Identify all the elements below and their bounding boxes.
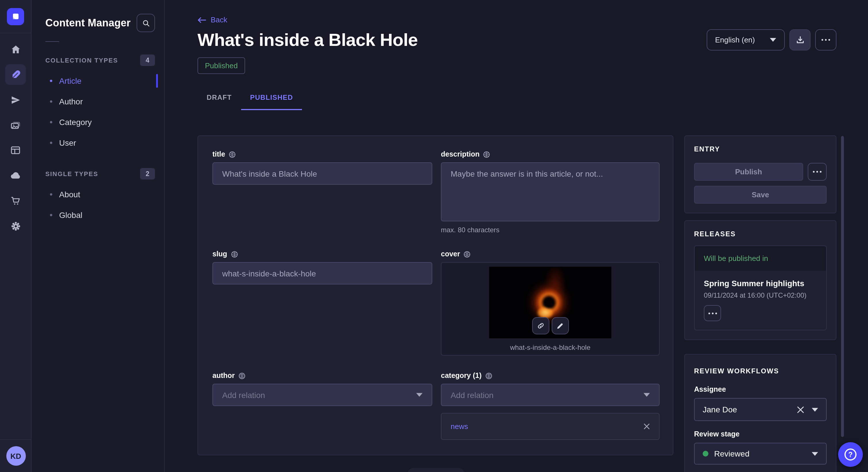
cover-filename: what-s-inside-a-black-hole bbox=[510, 343, 590, 351]
ellipsis-icon bbox=[708, 312, 717, 314]
sidebar-item-article[interactable]: Article bbox=[32, 71, 164, 91]
releases-panel-title: RELEASES bbox=[694, 230, 827, 238]
search-button[interactable] bbox=[136, 14, 155, 32]
title-input-value: What's inside a Black Hole bbox=[222, 169, 317, 178]
collection-types-count-badge: 4 bbox=[140, 55, 155, 66]
stage-status-dot bbox=[703, 451, 708, 457]
settings-gear-icon[interactable] bbox=[5, 216, 26, 236]
content-type-builder-icon[interactable] bbox=[5, 140, 26, 161]
help-button[interactable]: ? bbox=[838, 442, 863, 467]
review-stage-select[interactable]: Reviewed bbox=[694, 443, 827, 465]
save-button[interactable]: Save bbox=[694, 186, 827, 204]
download-icon bbox=[795, 35, 805, 45]
search-icon bbox=[142, 19, 150, 27]
release-status: Will be published in bbox=[694, 246, 826, 271]
content-manager-icon[interactable] bbox=[5, 64, 26, 85]
globe-icon bbox=[485, 372, 493, 379]
category-placeholder: Add relation bbox=[451, 390, 493, 400]
sidebar-item-user[interactable]: User bbox=[32, 133, 164, 153]
globe-icon bbox=[238, 372, 246, 379]
slug-input[interactable]: what-s-inside-a-black-hole bbox=[212, 262, 432, 284]
publish-button[interactable]: Publish bbox=[694, 163, 803, 181]
close-icon bbox=[644, 423, 650, 430]
globe-icon bbox=[228, 150, 236, 158]
scrollbar-thumb[interactable] bbox=[841, 136, 844, 437]
chevron-down-icon bbox=[770, 38, 776, 42]
chevron-down-icon bbox=[644, 393, 650, 397]
entry-more-button[interactable] bbox=[808, 163, 827, 181]
globe-icon bbox=[464, 250, 471, 258]
version-tabs: DRAFT PUBLISHED bbox=[197, 88, 836, 110]
cover-media-card: what-s-inside-a-black-hole bbox=[441, 262, 660, 356]
stage-value: Reviewed bbox=[714, 449, 749, 458]
bullet-icon bbox=[50, 100, 52, 103]
field-title: title What's inside a Black Hole bbox=[212, 150, 432, 185]
export-download-button[interactable] bbox=[789, 29, 811, 50]
field-cover: cover bbox=[441, 250, 660, 356]
category-relation-item: news bbox=[441, 413, 660, 440]
bullet-icon bbox=[50, 214, 52, 216]
sidebar-item-label: Global bbox=[59, 210, 82, 220]
content-manager-subnav: Content Manager COLLECTION TYPES 4 Artic… bbox=[32, 0, 165, 472]
sidebar-item-label: Category bbox=[59, 117, 92, 127]
rail-bottom-divider bbox=[0, 439, 32, 440]
sidebar-item-author[interactable]: Author bbox=[32, 91, 164, 112]
globe-icon bbox=[483, 150, 491, 158]
author-placeholder: Add relation bbox=[222, 390, 265, 400]
review-panel-title: REVIEW WORKFLOWS bbox=[694, 367, 827, 375]
main-content: Back What's inside a Black Hole English … bbox=[165, 0, 868, 472]
single-types-count-badge: 2 bbox=[140, 168, 155, 179]
title-input[interactable]: What's inside a Black Hole bbox=[212, 162, 432, 185]
collapsed-bottom-button[interactable] bbox=[408, 468, 464, 472]
pencil-icon bbox=[556, 322, 564, 330]
release-name[interactable]: Spring Summer highlights bbox=[704, 279, 817, 288]
description-value: Maybe the answer is in this article, or … bbox=[451, 169, 603, 178]
locale-select[interactable]: English (en) bbox=[706, 29, 785, 50]
cloud-icon[interactable] bbox=[5, 165, 26, 186]
chevron-down-icon bbox=[416, 393, 423, 397]
category-relation-select[interactable]: Add relation bbox=[441, 384, 660, 406]
review-stage-label: Review stage bbox=[694, 430, 827, 438]
relation-news-link[interactable]: news bbox=[451, 422, 468, 431]
question-mark-icon: ? bbox=[844, 448, 857, 461]
tab-published[interactable]: PUBLISHED bbox=[241, 88, 302, 110]
release-more-button[interactable] bbox=[704, 305, 721, 321]
chevron-down-icon bbox=[812, 407, 818, 411]
category-field-label: category (1) bbox=[441, 372, 482, 380]
entry-form-panel: title What's inside a Black Hole descrip… bbox=[197, 135, 673, 456]
subnav-title: Content Manager bbox=[45, 17, 131, 29]
locale-value: English (en) bbox=[715, 36, 755, 44]
status-badge: Published bbox=[197, 57, 245, 74]
releases-panel: RELEASES Will be published in Spring Sum… bbox=[684, 220, 836, 340]
home-icon[interactable] bbox=[5, 39, 26, 60]
active-indicator bbox=[156, 74, 158, 88]
copy-link-button[interactable] bbox=[532, 317, 549, 334]
sidebar-item-global[interactable]: Global bbox=[32, 205, 164, 225]
media-library-icon[interactable] bbox=[5, 115, 26, 135]
slug-input-value: what-s-inside-a-black-hole bbox=[222, 269, 316, 278]
marketplace-cart-icon[interactable] bbox=[5, 191, 26, 211]
sidebar-item-about[interactable]: About bbox=[32, 184, 164, 205]
edit-image-button[interactable] bbox=[551, 317, 569, 334]
releases-send-icon[interactable] bbox=[5, 90, 26, 110]
author-relation-select[interactable]: Add relation bbox=[212, 384, 432, 406]
strapi-logo[interactable] bbox=[7, 8, 24, 25]
sidebar-item-label: About bbox=[59, 190, 80, 199]
user-avatar[interactable]: KD bbox=[6, 446, 26, 466]
back-link[interactable]: Back bbox=[197, 15, 227, 24]
bullet-icon bbox=[50, 80, 52, 82]
assignee-combobox[interactable]: Jane Doe bbox=[694, 398, 827, 421]
description-textarea[interactable]: Maybe the answer is in this article, or … bbox=[441, 162, 660, 222]
remove-relation-button[interactable] bbox=[644, 423, 650, 430]
clear-icon[interactable] bbox=[797, 406, 804, 413]
description-helper: max. 80 characters bbox=[441, 226, 660, 234]
field-description: description Maybe the answer is in this … bbox=[441, 150, 660, 234]
tab-draft[interactable]: DRAFT bbox=[197, 88, 241, 110]
entry-panel: ENTRY Publish Save bbox=[684, 135, 836, 213]
field-author: author Add relation bbox=[212, 372, 432, 406]
description-field-label: description bbox=[441, 150, 479, 158]
more-options-button[interactable] bbox=[815, 29, 836, 50]
cover-field-label: cover bbox=[441, 250, 460, 258]
sidebar-item-category[interactable]: Category bbox=[32, 112, 164, 133]
release-card: Will be published in Spring Summer highl… bbox=[694, 245, 827, 330]
